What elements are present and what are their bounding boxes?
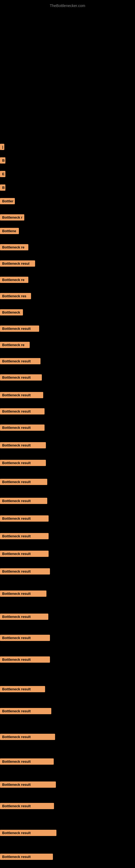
bottleneck-label-30[interactable]: Bottleneck result [0, 635, 50, 641]
bottleneck-label-27[interactable]: Bottleneck result [0, 568, 50, 575]
bottleneck-label-4[interactable]: B [0, 184, 5, 191]
bottleneck-label-28[interactable]: Bottleneck result [0, 590, 46, 597]
bottleneck-label-39[interactable]: Bottleneck result [0, 854, 53, 860]
bottleneck-label-15[interactable]: Bottleneck result [0, 358, 41, 364]
bottleneck-label-2[interactable]: B [0, 157, 5, 163]
bottleneck-label-9[interactable]: Bottleneck resul [0, 260, 35, 267]
bottleneck-label-29[interactable]: Bottleneck result [0, 614, 48, 620]
bottleneck-label-32[interactable]: Bottleneck result [0, 686, 45, 692]
bottleneck-label-33[interactable]: Bottleneck result [0, 708, 51, 714]
bottleneck-label-8[interactable]: Bottleneck re [0, 244, 28, 250]
site-title: TheBottlenecker.com [0, 1, 135, 10]
bottleneck-label-5[interactable]: Bottler [0, 198, 15, 204]
bottleneck-label-1[interactable]: | [0, 144, 4, 150]
bottleneck-label-36[interactable]: Bottleneck result [0, 781, 56, 788]
bottleneck-label-20[interactable]: Bottleneck result [0, 442, 46, 448]
bottleneck-label-25[interactable]: Bottleneck result [0, 533, 49, 539]
bottleneck-label-13[interactable]: Bottleneck result [0, 326, 39, 332]
bottleneck-label-17[interactable]: Bottleneck result [0, 392, 43, 398]
bottleneck-label-38[interactable]: Bottleneck result [0, 830, 56, 836]
bottleneck-label-21[interactable]: Bottleneck result [0, 460, 46, 466]
bottleneck-label-14[interactable]: Bottleneck re [0, 342, 30, 348]
bottleneck-label-23[interactable]: Bottleneck result [0, 498, 47, 504]
bottleneck-label-16[interactable]: Bottleneck result [0, 374, 42, 380]
bottleneck-label-35[interactable]: Bottleneck result [0, 758, 54, 765]
bottleneck-label-24[interactable]: Bottleneck result [0, 516, 49, 522]
bottleneck-label-11[interactable]: Bottleneck res [0, 293, 31, 299]
bottleneck-label-37[interactable]: Bottleneck result [0, 803, 54, 809]
bottleneck-label-7[interactable]: Bottlene [0, 228, 19, 234]
bottleneck-label-18[interactable]: Bottleneck result [0, 408, 45, 414]
bottleneck-label-31[interactable]: Bottleneck result [0, 656, 50, 663]
bottleneck-label-6[interactable]: Bottleneck r [0, 214, 24, 220]
bottleneck-label-22[interactable]: Bottleneck result [0, 479, 47, 485]
bottleneck-label-12[interactable]: Bottleneck [0, 309, 23, 315]
bottleneck-label-10[interactable]: Bottleneck re [0, 277, 28, 283]
bottleneck-label-34[interactable]: Bottleneck result [0, 734, 55, 740]
bottleneck-label-26[interactable]: Bottleneck result [0, 551, 49, 557]
bottleneck-label-19[interactable]: Bottleneck result [0, 425, 45, 431]
bottleneck-label-3[interactable]: E [0, 171, 5, 177]
